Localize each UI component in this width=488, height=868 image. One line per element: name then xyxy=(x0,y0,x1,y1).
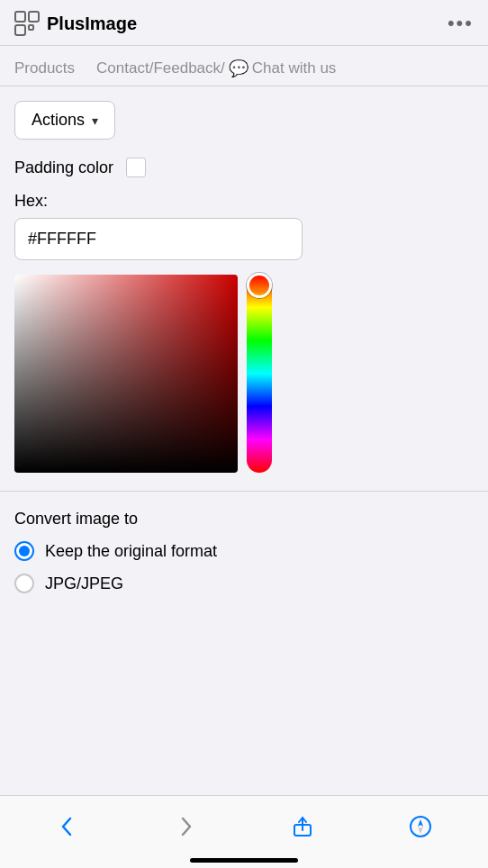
section-divider xyxy=(0,491,488,492)
color-picker-container xyxy=(14,275,474,473)
nav-tabs: Products Contact/Feedback/ 💬 Chat with u… xyxy=(0,46,488,86)
chevron-down-icon: ▾ xyxy=(92,113,98,128)
actions-label: Actions xyxy=(32,111,85,130)
color-spectrum-slider[interactable] xyxy=(247,275,272,473)
title-bar: PlusImage ••• xyxy=(0,0,488,46)
home-indicator xyxy=(190,858,298,863)
radio-original-label: Keep the original format xyxy=(45,542,217,561)
chat-with-us-label: Chat with us xyxy=(252,59,337,77)
svg-marker-8 xyxy=(418,827,423,834)
browser-bar xyxy=(0,795,488,868)
app-title: PlusImage xyxy=(47,14,137,34)
tab-contact-chat[interactable]: Contact/Feedback/ 💬 Chat with us xyxy=(96,51,336,86)
svg-rect-1 xyxy=(29,12,39,22)
svg-marker-7 xyxy=(418,819,423,827)
contact-feedback-label: Contact/Feedback/ xyxy=(96,59,225,77)
color-gradient-picker[interactable] xyxy=(14,275,238,473)
padding-color-row: Padding color xyxy=(14,158,474,177)
padding-color-checkbox[interactable] xyxy=(126,158,146,177)
forward-button[interactable] xyxy=(166,807,205,846)
radio-row-jpg[interactable]: JPG/JPEG xyxy=(14,574,474,593)
back-button[interactable] xyxy=(48,807,87,846)
share-button[interactable] xyxy=(283,807,322,846)
main-content: Actions ▾ Padding color Hex: Convert ima… xyxy=(0,86,488,620)
hex-label: Hex: xyxy=(14,192,474,211)
radio-original[interactable] xyxy=(14,541,34,561)
radio-row-original[interactable]: Keep the original format xyxy=(14,541,474,561)
radio-jpg[interactable] xyxy=(14,574,34,593)
more-options-icon[interactable]: ••• xyxy=(447,12,474,35)
svg-rect-3 xyxy=(29,25,33,30)
compass-button[interactable] xyxy=(401,807,440,846)
tab-products[interactable]: Products xyxy=(14,52,75,85)
hex-input[interactable] xyxy=(14,218,303,260)
chat-bubble-icon: 💬 xyxy=(229,59,249,78)
convert-section-label: Convert image to xyxy=(14,510,474,529)
title-bar-left: PlusImage xyxy=(14,11,137,36)
svg-rect-0 xyxy=(15,12,25,22)
radio-jpg-label: JPG/JPEG xyxy=(45,574,123,593)
app-icon xyxy=(14,11,40,36)
padding-color-label: Padding color xyxy=(14,158,113,177)
svg-rect-2 xyxy=(15,25,25,35)
spectrum-thumb xyxy=(247,273,272,298)
actions-button[interactable]: Actions ▾ xyxy=(14,101,115,140)
